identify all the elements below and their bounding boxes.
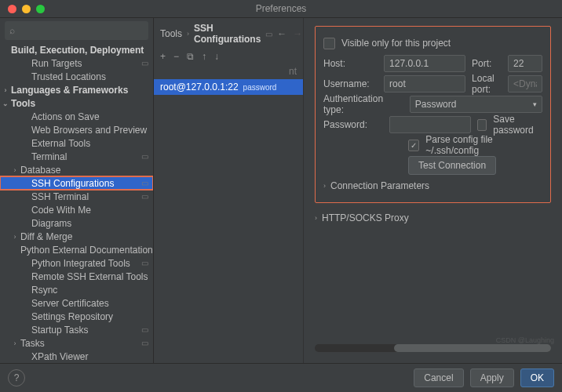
move-up-button[interactable]: ↑ [202,51,206,62]
port-input[interactable] [508,55,542,72]
sidebar-item[interactable]: Remote SSH External Tools [0,270,153,283]
chevron-down-icon: ▾ [533,100,537,108]
gear-icon: ▭ [141,325,148,334]
visible-only-checkbox[interactable] [323,38,335,49]
move-down-button[interactable]: ↓ [214,51,219,62]
visible-only-label: Visible only for this project [341,38,451,49]
chevron-right-icon: › [315,214,317,222]
sidebar-item[interactable]: Trusted Locations [0,70,153,83]
proxy-expander[interactable]: › HTTP/SOCKS Proxy [315,208,551,228]
sidebar-item[interactable]: Terminal▭ [0,150,153,163]
cancel-button[interactable]: Cancel [414,368,463,387]
sidebar-item[interactable]: Server Certificates [0,296,153,310]
sidebar-item[interactable]: XPath Viewer [0,350,153,363]
gear-icon: ▭ [141,59,148,67]
list-item[interactable]: nt [154,64,303,79]
config-panel: Visible only for this project Host: Port… [315,26,551,203]
sidebar-item[interactable]: Web Browsers and Preview [0,123,153,136]
sidebar-item[interactable]: ›Diff & Merge [0,230,153,243]
password-input[interactable] [389,116,471,133]
config-list[interactable]: nt root@127.0.0.1:22 password [154,64,303,376]
search-input[interactable]: ⌕ [5,21,148,40]
back-icon[interactable]: ← [277,28,286,39]
sidebar-item[interactable]: Diagrams [0,216,153,230]
list-item-selected[interactable]: root@127.0.0.1:22 password [154,79,303,95]
sidebar-item[interactable]: ›Tasks▭ [0,336,153,350]
watermark: CSDN @Laughing [496,336,554,344]
sidebar-item[interactable]: ›Languages & Frameworks [0,83,153,96]
sidebar-item[interactable]: Actions on Save [0,110,153,123]
host-input[interactable] [384,55,465,72]
horizontal-scrollbar[interactable] [315,344,551,352]
parse-config-checkbox[interactable] [408,140,419,151]
local-port-input[interactable] [508,75,542,93]
project-level-icon: ▭ [265,30,272,38]
help-button[interactable]: ? [8,369,25,387]
port-label: Port: [472,58,502,69]
local-port-label: Local port: [472,73,502,95]
sidebar-item[interactable]: Python External Documentation [0,243,153,256]
username-label: Username: [323,78,378,89]
sidebar-item[interactable]: ›Database [0,163,153,176]
sidebar-item[interactable]: ⌄Tools [0,96,153,110]
gear-icon: ▭ [141,259,148,267]
sidebar-item[interactable]: Python Integrated Tools▭ [0,256,153,270]
sidebar-item[interactable]: Build, Execution, Deployment [0,43,153,56]
sidebar-item[interactable]: Code With Me [0,203,153,216]
sidebar-item[interactable]: Settings Repository [0,310,153,323]
chevron-right-icon: › [187,30,189,38]
copy-button[interactable]: ⧉ [187,51,194,62]
apply-button[interactable]: Apply [470,368,514,387]
sidebar-item[interactable]: SSH Terminal▭ [0,190,153,203]
window-title: Preferences [0,3,562,14]
add-button[interactable]: + [160,51,166,62]
remove-button[interactable]: − [173,51,179,62]
gear-icon: ▭ [141,339,148,347]
test-connection-button[interactable]: Test Connection [408,156,496,175]
settings-tree[interactable]: Build, Execution, DeploymentRun Targets▭… [0,43,153,376]
host-label: Host: [323,58,378,69]
auth-type-label: Authentication type: [323,93,403,115]
sidebar-item[interactable]: Rsync [0,283,153,296]
sidebar-item[interactable]: Startup Tasks▭ [0,323,153,336]
password-label: Password: [323,119,383,130]
sidebar-item[interactable]: External Tools [0,136,153,150]
search-icon: ⌕ [9,25,15,36]
save-password-label: Save password [493,114,542,136]
username-input[interactable] [384,75,465,93]
parse-config-label: Parse config file ~/.ssh/config [425,134,542,156]
sidebar-item[interactable]: SSH Configurations▭ [0,176,153,190]
connection-parameters-expander[interactable]: › Connection Parameters [323,176,542,196]
gear-icon: ▭ [141,179,148,187]
breadcrumb: Tools › SSH Configurations ▭ ← → [154,18,303,49]
auth-type-select[interactable]: Password▾ [410,96,542,113]
gear-icon: ▭ [141,152,148,161]
chevron-right-icon: › [323,182,326,190]
save-password-checkbox[interactable] [477,119,487,131]
gear-icon: ▭ [141,192,148,201]
ok-button[interactable]: OK [520,368,554,387]
forward-icon[interactable]: → [293,28,302,39]
sidebar-item[interactable]: Run Targets▭ [0,56,153,70]
